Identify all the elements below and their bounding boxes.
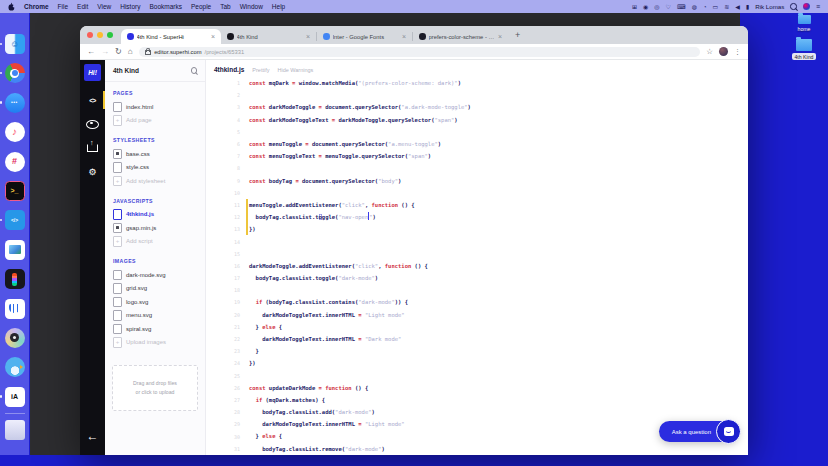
code-line-27[interactable]: 27 if (mqDark.matches) { [206, 394, 748, 406]
file-item-style-css[interactable]: style.css [113, 161, 197, 175]
action-upload-images[interactable]: +Upload images [113, 336, 197, 350]
globe-icon[interactable]: ◍ [692, 4, 697, 10]
record-icon[interactable]: ◉ [643, 4, 648, 10]
address-bar[interactable]: editor.superhi.com/projects/65331 [139, 47, 701, 57]
apple-menu-icon[interactable] [8, 2, 15, 11]
display-icon[interactable]: ▭ [713, 4, 719, 10]
tab-close-icon[interactable]: × [498, 33, 502, 40]
timer-icon[interactable]: ◔ [703, 4, 707, 10]
browser-tab-4th-kind-superhi[interactable]: 4th Kind - SuperHi× [121, 29, 221, 44]
code-line-13[interactable]: 13}) [206, 223, 748, 235]
dock-app-figma[interactable] [5, 269, 25, 289]
dock-app-code[interactable]: </> [5, 210, 25, 230]
code-line-8[interactable]: 8 [206, 162, 748, 174]
file-item-spiral-svg[interactable]: spiral.svg [113, 322, 197, 336]
menu-item-tab[interactable]: Tab [220, 3, 230, 10]
wifi-icon[interactable]: ≋ [724, 4, 729, 10]
dock-app-music[interactable]: ♪ [5, 122, 25, 142]
dock-app-slack[interactable]: # [5, 152, 25, 172]
code-line-21[interactable]: 21 } else { [206, 321, 748, 333]
file-item-menu-svg[interactable]: menu.svg [113, 309, 197, 323]
desktop-icon-4th-kind[interactable]: 4th Kind [792, 39, 816, 60]
close-window-button[interactable] [87, 32, 93, 38]
dock-app-terminal[interactable]: >_ [5, 181, 25, 201]
browser-tab-4th-kind[interactable]: 4th Kind× [221, 29, 316, 44]
tab-close-icon[interactable]: × [211, 33, 215, 40]
new-tab-button[interactable]: + [515, 31, 520, 40]
dock-app-chrome[interactable] [5, 63, 25, 83]
code-line-22[interactable]: 22 darkModeToggleText.innerHTML = "Dark … [206, 333, 748, 345]
code-files-icon[interactable]: <> [80, 88, 105, 112]
forward-icon[interactable]: → [101, 48, 109, 56]
browser-tab-prefers-color-scheme-css[interactable]: prefers-color-scheme - CSS ...× [413, 29, 508, 44]
code-line-1[interactable]: 1const mqDark = window.matchMedia("(pref… [206, 77, 748, 89]
superhi-logo[interactable]: Hi! [84, 64, 101, 81]
volume-icon[interactable]: ◀ [735, 4, 740, 10]
home-icon[interactable]: ⌂ [128, 48, 133, 56]
reload-icon[interactable]: ↻ [115, 48, 122, 56]
upload-dropzone[interactable]: Drag and drop files or click to upload [112, 365, 198, 411]
profile-avatar[interactable] [719, 47, 728, 56]
action-add-page[interactable]: +Add page [113, 114, 197, 128]
settings-gear-icon[interactable]: ⚙ [80, 160, 105, 184]
file-item-grid-svg[interactable]: grid.svg [113, 282, 197, 296]
battery-icon[interactable]: ▮ [746, 4, 749, 10]
menu-item-chrome[interactable]: Chrome [24, 3, 49, 10]
menu-item-file[interactable]: File [58, 3, 68, 10]
code-line-15[interactable]: 15 [206, 248, 748, 260]
code-line-31[interactable]: 31 bodyTag.classList.remove("dark-mode") [206, 443, 748, 455]
spotlight-search-icon[interactable] [790, 3, 797, 10]
dock-app-intercom[interactable] [5, 299, 25, 319]
back-arrow-icon[interactable]: ← [87, 429, 99, 443]
file-item-index-html[interactable]: index.html [113, 100, 197, 114]
dock-app-ia-writer[interactable]: iA [5, 387, 25, 407]
dock-app-messages[interactable]: ••• [5, 93, 25, 113]
preview-eye-icon[interactable] [80, 112, 105, 136]
ask-question-button[interactable]: Ask a question [659, 421, 739, 442]
code-line-12[interactable]: 12 bodyTag.classList.toggle("nav-open") [206, 211, 748, 223]
menu-item-help[interactable]: Help [272, 3, 285, 10]
menu-item-window[interactable]: Window [240, 3, 263, 10]
menu-item-edit[interactable]: Edit [77, 3, 88, 10]
file-item-base-css[interactable]: base.css [113, 147, 197, 161]
menu-item-people[interactable]: People [191, 3, 211, 10]
browser-menu-icon[interactable]: ⋮ [734, 48, 741, 56]
action-add-stylesheet[interactable]: +Add stylesheet [113, 174, 197, 188]
code-line-7[interactable]: 7const menuToggleText = menuToggle.query… [206, 150, 748, 162]
code-line-4[interactable]: 4const darkModeToggleText = darkModeTogg… [206, 114, 748, 126]
code-editor[interactable]: 4thkind.js Prettify Hide Warnings 1const… [206, 60, 748, 455]
code-line-26[interactable]: 26const updateDarkMode = function () { [206, 382, 748, 394]
bookmark-star-icon[interactable]: ☆ [706, 47, 713, 56]
code-line-19[interactable]: 19 if (bodyTag.classList.contains("dark-… [206, 296, 748, 308]
publish-upload-icon[interactable] [80, 136, 105, 160]
menu-item-view[interactable]: View [97, 3, 111, 10]
screen-mirroring-icon[interactable]: ⊞ [632, 4, 637, 10]
open-file-tab[interactable]: 4thkind.js [214, 66, 244, 73]
code-line-23[interactable]: 23 } [206, 345, 748, 357]
minimize-window-button[interactable] [97, 32, 103, 38]
tab-close-icon[interactable]: × [306, 33, 310, 40]
code-line-2[interactable]: 2 [206, 89, 748, 101]
user-menu[interactable]: Rik Lomas [755, 3, 784, 10]
dock-app-trash[interactable] [5, 420, 25, 440]
keyboard-icon[interactable]: ⌨ [677, 4, 686, 10]
circle-status-icon[interactable]: ◎ [654, 4, 659, 10]
zoom-window-button[interactable] [107, 32, 113, 38]
code-line-11[interactable]: 11menuToggle.addEventListener("click", f… [206, 199, 748, 211]
code-line-28[interactable]: 28 bodyTag.classList.add("dark-mode") [206, 406, 748, 418]
file-item-4thkind-js[interactable]: 4thkind.js [113, 208, 197, 222]
code-line-14[interactable]: 14 [206, 235, 748, 247]
code-line-20[interactable]: 20 darkModeToggleText.innerHTML = "Light… [206, 309, 748, 321]
prettify-button[interactable]: Prettify [252, 67, 269, 73]
dock-app-twitter[interactable] [5, 357, 25, 377]
file-item-logo-svg[interactable]: logo.svg [113, 295, 197, 309]
code-line-9[interactable]: 9const bodyTag = document.querySelector(… [206, 175, 748, 187]
back-icon[interactable]: ← [87, 48, 95, 56]
code-line-25[interactable]: 25 [206, 370, 748, 382]
notification-center-icon[interactable]: ≡ [816, 3, 820, 10]
hide-warnings-button[interactable]: Hide Warnings [277, 67, 313, 73]
file-item-gsap-min-js[interactable]: gsap.min.js [113, 221, 197, 235]
dock-app-finder[interactable]: ☺ [5, 34, 25, 54]
dock-app-preview[interactable] [5, 240, 25, 260]
code-line-24[interactable]: 24}) [206, 357, 748, 369]
